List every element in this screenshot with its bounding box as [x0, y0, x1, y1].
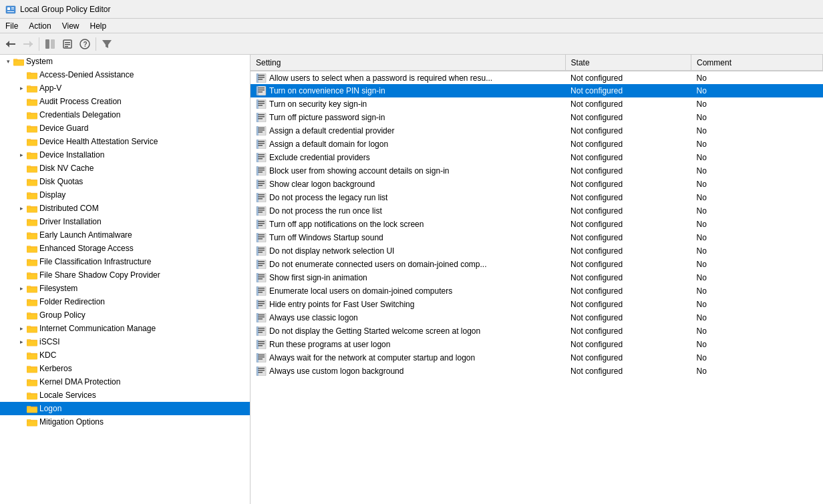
tree-item[interactable]: Group Policy	[0, 308, 250, 322]
tree-item[interactable]: Kernel DMA Protection	[0, 375, 250, 389]
tree-item[interactable]: ▾ System	[0, 55, 250, 68]
tree-item-label: Device Health Attestation Service	[39, 137, 158, 146]
tree-item[interactable]: Device Guard	[0, 121, 250, 135]
menu-file[interactable]: File	[0, 20, 23, 31]
table-row[interactable]: Always use custom logon backgroundNot co…	[251, 364, 823, 378]
tree-item-label: Device Installation	[39, 150, 104, 160]
state-cell: Not configured	[565, 231, 691, 244]
table-row[interactable]: Show first sign-in animationNot configur…	[251, 271, 823, 284]
tree-item-label: Audit Process Creation	[39, 97, 122, 106]
tree-item[interactable]: ▸ Filesystem	[0, 282, 250, 295]
table-row[interactable]: Turn on security key sign-inNot configur…	[251, 97, 823, 111]
table-row[interactable]: Do not process the run once listNot conf…	[251, 204, 823, 218]
svg-rect-50	[27, 192, 31, 194]
tree-item[interactable]: Kerberos	[0, 362, 250, 375]
table-row[interactable]: Turn off Windows Startup soundNot config…	[251, 231, 823, 244]
properties-button[interactable]	[59, 36, 75, 52]
tree-item[interactable]: Early Launch Antimalware	[0, 228, 250, 242]
tree-item[interactable]: Locale Services	[0, 389, 250, 402]
tree-item[interactable]: Audit Process Creation	[0, 95, 250, 108]
tree-item[interactable]: File Share Shadow Copy Provider	[0, 268, 250, 282]
tree-item[interactable]: Disk Quotas	[0, 175, 250, 188]
table-row[interactable]: Allow users to select when a password is…	[251, 71, 823, 84]
table-row[interactable]: Assign a default credential providerNot …	[251, 124, 823, 138]
left-pane[interactable]: ▾ System Access-Denied Assistance▸ App-V…	[0, 55, 251, 504]
policy-icon	[256, 73, 267, 83]
svg-rect-145	[258, 185, 263, 186]
tree-item[interactable]: ▸ App-V	[0, 81, 250, 95]
expand-placeholder	[16, 256, 27, 267]
tree-item-label: Group Policy	[39, 310, 86, 320]
tree-item[interactable]: Access-Denied Assistance	[0, 68, 250, 81]
table-row[interactable]: Do not enumerate connected users on doma…	[251, 258, 823, 271]
table-row[interactable]: Do not process the legacy run listNot co…	[251, 191, 823, 204]
expand-button[interactable]: ▸	[16, 283, 27, 294]
table-row[interactable]: Always use classic logonNot configuredNo	[251, 311, 823, 324]
table-wrapper[interactable]: Setting State Comment Allow users to sel…	[251, 55, 823, 504]
tree-item[interactable]: Logon	[0, 402, 250, 415]
col-header-comment[interactable]: Comment	[691, 55, 823, 71]
state-cell: Not configured	[565, 311, 691, 324]
table-body: Allow users to select when a password is…	[251, 71, 823, 378]
svg-rect-195	[258, 318, 263, 320]
menu-help[interactable]: Help	[85, 20, 112, 31]
svg-rect-106	[257, 73, 259, 83]
table-row[interactable]: Enumerate local users on domain-joined c…	[251, 284, 823, 298]
svg-rect-190	[258, 305, 263, 306]
filter-button[interactable]	[99, 36, 115, 52]
expand-button[interactable]: ▸	[16, 150, 27, 160]
tree-item[interactable]: Disk NV Cache	[0, 162, 250, 175]
tree-item[interactable]: Display	[0, 188, 250, 202]
expand-button[interactable]: ▸	[16, 336, 27, 347]
table-row[interactable]: Do not display network selection UINot c…	[251, 244, 823, 258]
forward-button[interactable]	[20, 36, 36, 52]
tree-item[interactable]: Credentials Delegation	[0, 108, 250, 121]
table-row[interactable]: Always wait for the network at computer …	[251, 351, 823, 364]
tree-item[interactable]: Folder Redirection	[0, 295, 250, 308]
col-header-setting[interactable]: Setting	[251, 55, 565, 71]
back-button[interactable]	[3, 36, 19, 52]
tree-item[interactable]: File Classification Infrastructure	[0, 255, 250, 268]
menu-action[interactable]: Action	[23, 20, 56, 31]
table-row[interactable]: Do not display the Getting Started welco…	[251, 324, 823, 338]
setting-cell: Show first sign-in animation	[251, 271, 565, 284]
svg-rect-215	[258, 372, 263, 373]
expand-button[interactable]: ▾	[3, 56, 13, 67]
settings-table: Setting State Comment Allow users to sel…	[251, 55, 823, 378]
menu-view[interactable]: View	[57, 20, 85, 31]
tree-item[interactable]: ▸ Distributed COM	[0, 202, 250, 215]
setting-cell: Turn on convenience PIN sign-in	[251, 84, 565, 97]
svg-rect-155	[258, 212, 263, 213]
state-cell: Not configured	[565, 151, 691, 164]
table-row[interactable]: Assign a default domain for logonNot con…	[251, 138, 823, 151]
expand-button[interactable]: ▸	[16, 203, 27, 214]
table-row[interactable]: Turn on convenience PIN sign-inNot confi…	[251, 84, 823, 97]
folder-icon	[27, 204, 37, 213]
expand-button[interactable]: ▸	[16, 83, 27, 93]
table-row[interactable]: Turn off picture password sign-inNot con…	[251, 111, 823, 124]
setting-cell: Always use custom logon background	[251, 364, 565, 378]
tree-item[interactable]: ▸ Internet Communication Manage	[0, 322, 250, 335]
tree-item[interactable]: Device Health Attestation Service	[0, 135, 250, 148]
show-hide-button[interactable]	[42, 36, 58, 52]
tree-item[interactable]: Driver Installation	[0, 215, 250, 228]
tree-item[interactable]: ▸ iSCSI	[0, 335, 250, 348]
policy-icon	[256, 233, 267, 242]
table-row[interactable]: Show clear logon backgroundNot configure…	[251, 178, 823, 191]
setting-label: Assign a default credential provider	[269, 126, 394, 136]
help-button[interactable]: ?	[77, 36, 93, 52]
col-header-state[interactable]: State	[565, 55, 691, 71]
svg-rect-173	[258, 261, 265, 262]
expand-button[interactable]: ▸	[16, 323, 27, 334]
table-row[interactable]: Block user from showing account details …	[251, 164, 823, 178]
tree-item[interactable]: ▸ Device Installation	[0, 148, 250, 162]
tree-item[interactable]: Mitigation Options	[0, 415, 250, 429]
table-row[interactable]: Run these programs at user logonNot conf…	[251, 338, 823, 351]
table-row[interactable]: Exclude credential providersNot configur…	[251, 151, 823, 164]
tree-item[interactable]: KDC	[0, 348, 250, 362]
table-row[interactable]: Turn off app notifications on the lock s…	[251, 218, 823, 231]
svg-rect-1	[7, 7, 10, 10]
policy-icon-wrap	[256, 153, 267, 162]
tree-item[interactable]: Enhanced Storage Access	[0, 242, 250, 255]
table-row[interactable]: Hide entry points for Fast User Switchin…	[251, 298, 823, 311]
